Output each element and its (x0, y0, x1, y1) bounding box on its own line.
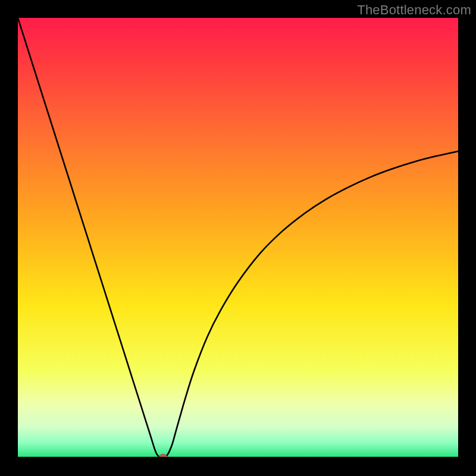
plot-area (18, 18, 458, 458)
chart-svg (18, 18, 458, 458)
gradient-background (18, 18, 458, 458)
watermark-text: TheBottleneck.com (357, 2, 471, 18)
chart-frame: TheBottleneck.com (0, 0, 476, 476)
